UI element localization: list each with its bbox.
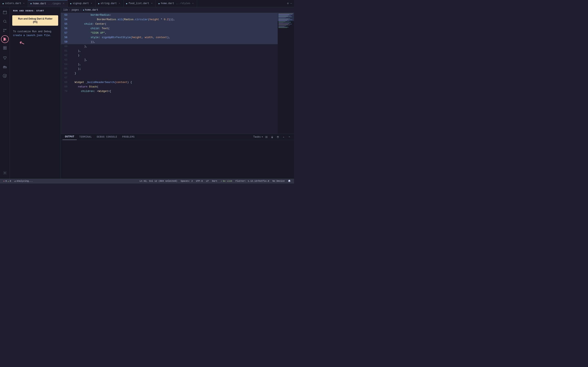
dart-icon: ◆ xyxy=(126,2,127,5)
activity-source-control[interactable] xyxy=(1,26,9,34)
svg-point-2 xyxy=(6,29,6,30)
panel-content xyxy=(61,140,294,179)
panel-tab-debug-console[interactable]: DEBUG CONSOLE xyxy=(94,134,120,140)
tab-actions: ⊞ ⋯ xyxy=(285,2,294,5)
error-count: 0 xyxy=(6,180,7,182)
code-editor[interactable]: 53 borderRadius: 54 BorderRadius.all(Rad… xyxy=(61,13,278,134)
tab-label: string.dart xyxy=(101,2,117,5)
language-text: Dart xyxy=(212,180,217,182)
breadcrumb-sep1: › xyxy=(69,8,70,11)
run-debug-button[interactable]: Run and Debug Dart & Flutter(F5) xyxy=(12,15,58,26)
line-number: 70 xyxy=(61,89,71,94)
close-icon[interactable]: × xyxy=(62,2,65,5)
status-encoding[interactable]: UTF-8 xyxy=(194,179,204,184)
breadcrumb-lib[interactable]: lib xyxy=(63,8,68,11)
sidebar-info: To customize Run and Debug create a laun… xyxy=(10,27,61,50)
bell-icon xyxy=(288,180,291,183)
line-content: ), xyxy=(71,44,278,49)
editor-container: lib › pages › ◆ home.dart 53 xyxy=(61,7,294,179)
status-go-live[interactable]: ⚡ Go Live xyxy=(219,179,234,184)
activity-extensions[interactable] xyxy=(1,44,9,52)
close-icon[interactable]: × xyxy=(150,2,153,5)
tab-label: food_list.dart xyxy=(129,2,149,5)
line-number: 62 xyxy=(61,53,71,58)
tab-string[interactable]: ◆ string.dart × xyxy=(95,0,123,7)
status-position[interactable]: Ln 62, Col 12 (884 selected) xyxy=(138,179,179,184)
create-launch-json-link[interactable]: create a launch.json file. xyxy=(13,34,51,37)
line-number: 64 xyxy=(61,62,71,67)
status-spaces[interactable]: Spaces: 2 xyxy=(179,179,194,184)
code-line-61: 61 ), xyxy=(61,49,278,53)
svg-marker-4 xyxy=(4,38,6,41)
breadcrumb-sep2: › xyxy=(80,8,82,11)
panel-close-btn[interactable]: × xyxy=(287,135,292,139)
code-line-63: 63 ], xyxy=(61,58,278,62)
activity-search[interactable] xyxy=(1,17,9,25)
go-live-text: Go Live xyxy=(223,180,232,182)
sidebar-title: RUN AND DEBUG: START xyxy=(10,7,61,14)
status-device[interactable]: No Device xyxy=(271,179,286,184)
line-content: borderRadius: xyxy=(71,13,278,17)
dart-file-icon: ◆ xyxy=(83,9,84,11)
code-line-67: 67 xyxy=(61,76,278,80)
panel-tab-problems[interactable]: PROBLEMS xyxy=(120,134,137,140)
go-live-icon: ⚡ xyxy=(221,180,222,183)
line-number: 60 xyxy=(61,44,71,49)
status-analyzing[interactable]: ↺ Analyzing... xyxy=(13,179,34,184)
line-number: 57 xyxy=(61,31,71,35)
status-flutter[interactable]: Flutter: 1.12.13+hotfix.8 xyxy=(234,179,271,184)
arrow-annotation: ↗ xyxy=(17,37,26,49)
tasks-selector[interactable]: Tasks ▾ xyxy=(253,135,263,138)
close-icon[interactable]: × xyxy=(22,2,25,5)
code-content: 53 borderRadius: 54 BorderRadius.all(Rad… xyxy=(61,13,278,94)
status-eol[interactable]: LF xyxy=(204,179,210,184)
line-number: 59 xyxy=(61,40,71,44)
line-content: child: Text( xyxy=(71,26,278,31)
close-icon[interactable]: × xyxy=(118,2,121,5)
panel-list-view-btn[interactable] xyxy=(264,135,269,139)
tab-home-styles[interactable]: ◆ home.dart .../styles × xyxy=(156,0,197,7)
status-bar: ✕ 0 ⚠ 0 ↺ Analyzing... Ln 62, Col 12 (88… xyxy=(0,179,294,184)
tab-food-list[interactable]: ◆ food_list.dart × xyxy=(123,0,156,7)
panel-tab-terminal[interactable]: TERMINAL xyxy=(77,134,94,140)
code-line-69: 69 return Stack( xyxy=(61,85,278,89)
code-line-58: 58 style: signUpBtnTextStyle(height, wid… xyxy=(61,35,278,40)
more-actions-icon[interactable]: ⋯ xyxy=(290,2,292,5)
breadcrumb-pages[interactable]: pages xyxy=(72,8,79,11)
activity-settings[interactable] xyxy=(1,169,9,177)
status-language[interactable]: Dart xyxy=(210,179,219,184)
position-text: Ln 62, Col 12 (884 selected) xyxy=(140,180,177,182)
status-errors[interactable]: ✕ 0 ⚠ 0 xyxy=(2,179,13,184)
panel-move-btn[interactable] xyxy=(276,135,280,139)
tab-sublabel2: .../styles xyxy=(176,2,190,5)
panel-tab-output[interactable]: OUTPUT xyxy=(62,134,77,140)
activity-explorer[interactable] xyxy=(1,8,9,17)
panel: OUTPUT TERMINAL DEBUG CONSOLE PROBLEMS T… xyxy=(61,134,294,179)
flutter-text: Flutter: 1.12.13+hotfix.8 xyxy=(236,180,269,182)
code-line-59: 59 )), xyxy=(61,40,278,44)
svg-point-16 xyxy=(4,173,5,174)
tab-colors[interactable]: ◆ colors.dart × xyxy=(0,0,28,7)
tab-signup[interactable]: ◆ signup.dart × xyxy=(68,0,95,7)
tab-home-pages[interactable]: ◆ home.dart .../pages × xyxy=(28,0,68,7)
activity-run-debug[interactable] xyxy=(1,35,9,43)
svg-rect-17 xyxy=(265,136,268,136)
svg-rect-20 xyxy=(272,137,273,138)
code-line-55: 55 child: Center( xyxy=(61,22,278,26)
panel-collapse-btn[interactable] xyxy=(281,135,286,139)
encoding-text: UTF-8 xyxy=(196,180,203,182)
close-icon[interactable]: × xyxy=(191,2,194,5)
line-number: 65 xyxy=(61,67,71,71)
close-icon[interactable]: × xyxy=(90,2,93,5)
activity-docker[interactable] xyxy=(1,63,9,71)
svg-rect-5 xyxy=(3,47,5,48)
activity-settings-sync[interactable] xyxy=(1,72,9,80)
dart-icon: ◆ xyxy=(30,2,32,5)
split-editor-icon[interactable]: ⊞ xyxy=(287,2,289,5)
warning-icon: ⚠ xyxy=(8,180,9,183)
panel-lock-btn[interactable] xyxy=(270,135,274,139)
svg-rect-19 xyxy=(265,137,268,138)
status-notification[interactable] xyxy=(286,179,292,184)
activity-test[interactable] xyxy=(1,54,9,62)
svg-rect-7 xyxy=(3,48,5,50)
